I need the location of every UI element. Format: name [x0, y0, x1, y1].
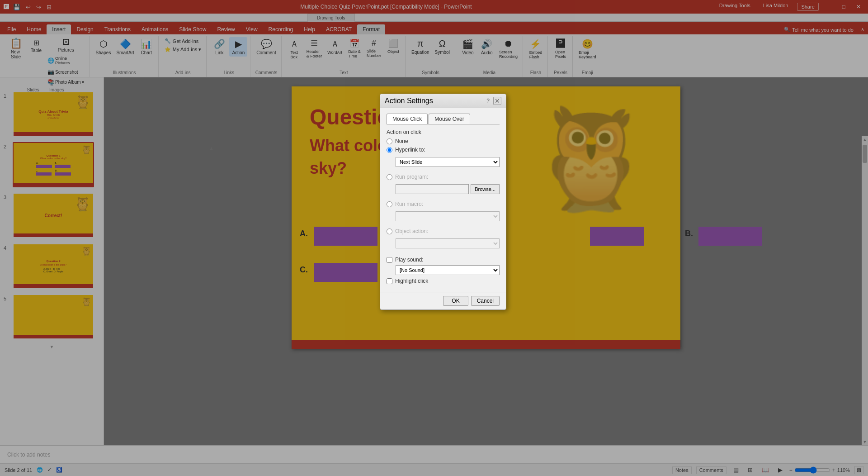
radio-none[interactable]: None: [387, 138, 500, 144]
object-action-row: [396, 238, 500, 248]
run-macro-group: [396, 211, 500, 224]
hyperlink-dropdown-group: Next Slide: [396, 157, 500, 170]
run-macro-select[interactable]: [396, 211, 500, 221]
sound-dropdown-group: [No Sound]: [396, 265, 500, 275]
modal-tabs: Mouse Click Mouse Over: [387, 114, 500, 124]
radio-run-macro-label: Run macro:: [395, 201, 423, 207]
highlight-click-label: Highlight click: [395, 278, 428, 284]
modal-title: Action Settings: [385, 97, 433, 105]
run-program-input-group: Browse...: [396, 184, 500, 197]
sound-dropdown-row: [No Sound]: [396, 265, 500, 275]
highlight-click-checkbox[interactable]: [387, 278, 392, 284]
browse-btn[interactable]: Browse...: [471, 184, 500, 194]
modal-help-btn[interactable]: ?: [486, 98, 490, 104]
radio-run-program-input[interactable]: [387, 174, 392, 180]
action-settings-dialog: Action Settings ? ✕ Mouse Click Mouse Ov…: [380, 94, 506, 310]
radio-run-macro-input[interactable]: [387, 201, 392, 207]
sound-select[interactable]: [No Sound]: [396, 265, 500, 275]
radio-run-program-label: Run program:: [395, 174, 428, 180]
hyperlink-select[interactable]: Next Slide: [396, 157, 500, 167]
hyperlink-dropdown-row: Next Slide: [396, 157, 500, 167]
radio-hyperlink[interactable]: Hyperlink to:: [387, 147, 500, 153]
modal-footer: OK Cancel: [380, 292, 506, 309]
radio-run-program[interactable]: Run program:: [387, 174, 500, 180]
radio-object-action-input[interactable]: [387, 228, 392, 234]
play-sound-checkbox[interactable]: [387, 257, 392, 263]
radio-group: None Hyperlink to: Next Slide: [387, 138, 500, 253]
run-program-row: Browse...: [396, 184, 500, 194]
radio-none-label: None: [395, 138, 408, 144]
play-sound-label: Play sound:: [395, 257, 424, 263]
radio-object-action[interactable]: Object action:: [387, 228, 500, 234]
run-macro-row: [396, 211, 500, 221]
radio-none-input[interactable]: [387, 138, 392, 144]
modal-ok-btn[interactable]: OK: [443, 296, 468, 306]
object-action-select[interactable]: [396, 238, 500, 248]
run-program-input[interactable]: [396, 184, 469, 194]
modal-content: Mouse Click Mouse Over Action on click N…: [380, 108, 506, 292]
radio-hyperlink-label: Hyperlink to:: [395, 147, 425, 153]
play-sound-row: Play sound:: [387, 257, 500, 263]
modal-overlay: Action Settings ? ✕ Mouse Click Mouse Ov…: [0, 0, 868, 476]
radio-run-macro[interactable]: Run macro:: [387, 201, 500, 207]
modal-tab-mouse-click[interactable]: Mouse Click: [387, 114, 428, 124]
object-action-group: [396, 238, 500, 251]
highlight-click-row: Highlight click: [387, 278, 500, 284]
modal-cancel-btn[interactable]: Cancel: [471, 296, 500, 306]
modal-titlebar: Action Settings ? ✕: [380, 94, 506, 108]
radio-hyperlink-input[interactable]: [387, 147, 392, 153]
radio-object-action-label: Object action:: [395, 228, 428, 234]
modal-tab-mouse-over[interactable]: Mouse Over: [429, 114, 470, 124]
action-section-label: Action on click: [387, 129, 500, 135]
modal-close-btn[interactable]: ✕: [493, 97, 501, 105]
